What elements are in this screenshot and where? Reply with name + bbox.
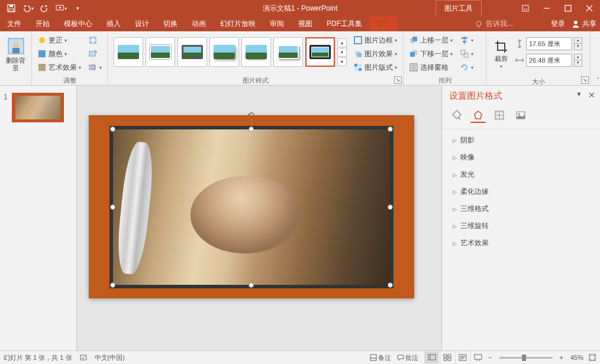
resize-handle-br[interactable] xyxy=(388,282,393,288)
width-up[interactable]: ▴ xyxy=(574,54,582,60)
zoom-slider-thumb[interactable] xyxy=(522,355,526,361)
change-picture-button[interactable] xyxy=(86,47,104,60)
tab-design[interactable]: 设计 xyxy=(128,17,156,31)
resize-handle-tr[interactable] xyxy=(388,126,393,132)
language-indicator[interactable]: 中文(中国) xyxy=(95,353,125,362)
effects-category-icon[interactable] xyxy=(470,108,486,123)
send-backward-button[interactable]: 下移一层▾ xyxy=(407,47,454,60)
pane-close-button[interactable]: ✕ xyxy=(588,90,595,100)
size-dialog-launcher[interactable]: ↘ xyxy=(581,76,589,84)
start-slideshow-button[interactable]: ▾ xyxy=(53,1,69,15)
pane-item-glow[interactable]: ▷发光 xyxy=(442,166,600,183)
picture-layout-button[interactable]: 图片版式▾ xyxy=(351,61,399,74)
picture-effects-button[interactable]: 图片效果▾ xyxy=(351,47,399,60)
tab-slideshow[interactable]: 幻灯片放映 xyxy=(213,17,263,31)
size-category-icon[interactable] xyxy=(492,108,507,123)
tab-transitions[interactable]: 切换 xyxy=(156,17,185,31)
tab-home[interactable]: 开始 xyxy=(28,17,57,31)
resize-handle-bl[interactable] xyxy=(110,282,115,288)
resize-handle-b[interactable] xyxy=(249,282,254,288)
picture-category-icon[interactable] xyxy=(513,108,528,123)
height-down[interactable]: ▾ xyxy=(574,44,582,50)
crop-button[interactable]: 裁剪 ▾ xyxy=(490,34,512,75)
collapse-ribbon-button[interactable]: ˆ xyxy=(597,77,599,84)
width-down[interactable]: ▾ xyxy=(574,60,582,67)
zoom-in-button[interactable]: + xyxy=(557,354,566,361)
height-up[interactable]: ▴ xyxy=(574,37,582,44)
minimize-button[interactable] xyxy=(536,0,557,17)
bring-forward-button[interactable]: 上移一层▾ xyxy=(407,34,454,47)
selection-pane-button[interactable]: 选择窗格 xyxy=(407,61,454,74)
qat-customize-button[interactable]: ▾ xyxy=(70,1,85,15)
maximize-button[interactable] xyxy=(557,0,579,17)
style-item[interactable] xyxy=(146,37,175,67)
gallery-scroll-up[interactable]: ▴ xyxy=(337,38,347,47)
gallery-expand[interactable]: ▾ xyxy=(337,57,347,66)
pane-item-3d-format[interactable]: ▷三维格式 xyxy=(442,200,600,217)
tab-insert[interactable]: 插入 xyxy=(99,17,128,31)
tab-format[interactable]: 格式 xyxy=(369,17,398,31)
slide[interactable] xyxy=(89,115,414,298)
login-link[interactable]: 登录 xyxy=(551,19,565,29)
tab-template[interactable]: 模板中心 xyxy=(57,17,99,31)
slide-counter[interactable]: 幻灯片 第 1 张，共 1 张 xyxy=(4,353,72,362)
compress-pictures-button[interactable] xyxy=(86,34,104,47)
pane-item-shadow[interactable]: ▷阴影 xyxy=(442,132,600,149)
artistic-effects-button[interactable]: 艺术效果▾ xyxy=(36,61,83,74)
tab-file[interactable]: 文件 xyxy=(0,17,28,31)
fill-line-icon[interactable] xyxy=(449,108,464,123)
color-button[interactable]: 颜色▾ xyxy=(36,47,83,60)
tab-pdf[interactable]: PDF工具集 xyxy=(320,17,369,31)
pane-item-reflection[interactable]: ▷映像 xyxy=(442,149,600,166)
slideshow-view-button[interactable] xyxy=(470,352,485,363)
picture-border-button[interactable]: 图片边框▾ xyxy=(351,34,399,47)
tab-animations[interactable]: 动画 xyxy=(185,17,213,31)
resize-handle-l[interactable] xyxy=(110,204,115,210)
height-input[interactable]: 17.65 厘米 xyxy=(526,37,572,50)
ribbon-options-button[interactable] xyxy=(515,0,536,17)
fit-to-window-button[interactable] xyxy=(588,353,596,362)
slide-canvas[interactable] xyxy=(77,86,441,350)
style-item[interactable] xyxy=(209,37,239,67)
notes-button[interactable]: 备注 xyxy=(370,353,391,362)
tab-view[interactable]: 视图 xyxy=(291,17,320,31)
tell-me-search[interactable]: 告诉我... xyxy=(474,19,545,29)
save-button[interactable] xyxy=(4,1,19,15)
undo-button[interactable]: ▾ xyxy=(20,1,36,15)
remove-background-button[interactable]: 删除背景 xyxy=(4,34,28,75)
pane-item-3d-rotation[interactable]: ▷三维旋转 xyxy=(442,217,600,235)
share-button[interactable]: 共享 xyxy=(571,19,596,29)
spell-check-icon[interactable] xyxy=(79,353,88,362)
close-button[interactable] xyxy=(579,0,600,17)
resize-handle-t[interactable] xyxy=(249,126,254,132)
sorter-view-button[interactable] xyxy=(440,352,454,363)
style-item[interactable] xyxy=(178,37,207,67)
corrections-button[interactable]: 更正▾ xyxy=(36,34,83,47)
style-item-selected[interactable] xyxy=(305,37,335,67)
tab-review[interactable]: 审阅 xyxy=(263,17,291,31)
pane-options-button[interactable]: ▼ xyxy=(576,90,582,100)
gallery-scroll-down[interactable]: ▾ xyxy=(337,48,347,57)
comments-button[interactable]: 批注 xyxy=(397,353,418,362)
width-input[interactable]: 26.48 厘米 xyxy=(526,54,572,67)
reset-picture-button[interactable]: ▾ xyxy=(86,61,104,74)
align-button[interactable]: ▾ xyxy=(458,34,475,47)
redo-button[interactable] xyxy=(37,1,52,15)
resize-handle-r[interactable] xyxy=(388,204,393,210)
pane-item-artistic[interactable]: ▷艺术效果 xyxy=(442,235,600,252)
selected-picture[interactable] xyxy=(109,126,393,288)
style-item[interactable] xyxy=(241,37,271,67)
zoom-level[interactable]: 45% xyxy=(570,354,583,361)
normal-view-button[interactable] xyxy=(424,352,438,363)
rotate-button[interactable]: ▾ xyxy=(458,61,475,74)
pane-item-soft-edges[interactable]: ▷柔化边缘 xyxy=(442,183,600,200)
style-item[interactable] xyxy=(114,37,143,67)
style-item[interactable] xyxy=(273,37,303,67)
rotate-handle[interactable] xyxy=(247,110,256,120)
zoom-out-button[interactable]: − xyxy=(486,354,494,361)
resize-handle-tl[interactable] xyxy=(110,126,115,132)
slide-thumbnail[interactable]: 1 xyxy=(5,93,72,122)
zoom-slider[interactable] xyxy=(499,357,553,359)
reading-view-button[interactable] xyxy=(455,352,469,363)
styles-dialog-launcher[interactable]: ↘ xyxy=(394,76,402,84)
